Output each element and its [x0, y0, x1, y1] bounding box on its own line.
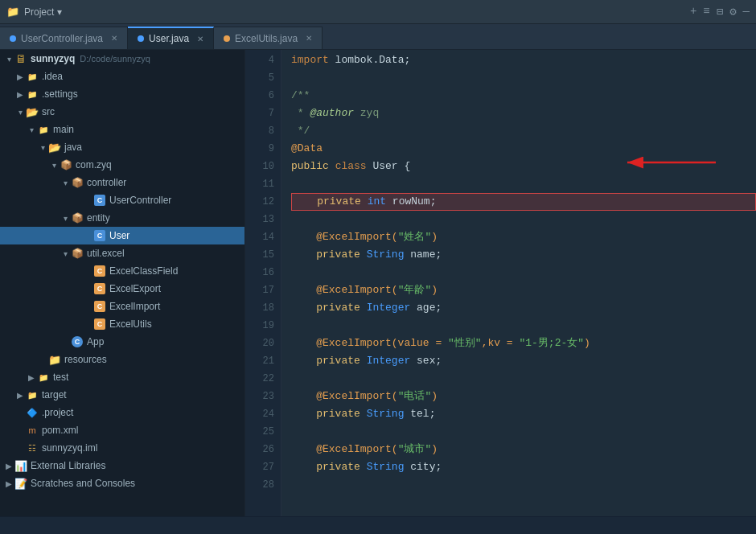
expand-icon: ▶ [14, 72, 26, 81]
collapse-icon[interactable]: ⊟ [717, 5, 723, 18]
sidebar-item-sunnyzyq[interactable]: ▾ 🖥 sunnyzyq D:/code/sunnyzyq [0, 50, 244, 68]
type-keyword: int [368, 193, 386, 211]
sidebar-item-user[interactable]: C User [0, 227, 244, 244]
tab-dot [10, 35, 16, 42]
main-content: ▾ 🖥 sunnyzyq D:/code/sunnyzyq ▶ 📁 .idea … [0, 50, 756, 516]
sidebar-item-label: ExcelClassField [109, 265, 178, 277]
folder-icon: 📁 [48, 353, 61, 366]
settings-icon[interactable]: ⚙ [729, 5, 736, 18]
title-bar-label: Project ▾ [24, 6, 62, 18]
sidebar-item-main[interactable]: ▾ 📁 main [0, 121, 244, 138]
minimize-icon[interactable]: — [743, 5, 750, 18]
string: "1-男;2-女" [519, 335, 584, 352]
sidebar-item-java[interactable]: ▾ 📂 java [0, 138, 244, 156]
sidebar-item-label: App [87, 336, 104, 347]
java-class-icon: C [93, 265, 106, 277]
sidebar-item-target[interactable]: ▶ 📁 target [0, 386, 244, 404]
sidebar-item-scratches[interactable]: ▶ 📝 Scratches and Consoles [0, 474, 244, 492]
sidebar-item-excelutils[interactable]: C ExcelUtils [0, 315, 244, 333]
keyword: import [291, 51, 329, 69]
code-line-25 [291, 423, 756, 441]
sidebar-item-dotproject[interactable]: 🔷 .project [0, 404, 244, 421]
tab-close-icon[interactable]: ✕ [197, 35, 203, 43]
tab-excelutils[interactable]: ExcelUtils.java ✕ [214, 27, 323, 49]
sidebar-item-settings[interactable]: ▶ 📁 .settings [0, 85, 244, 103]
comment: /** [291, 87, 310, 105]
code-text [360, 299, 367, 317]
code-editor[interactable]: 4 5 6 7 8 9 10 11 12 13 14 15 16 17 18 1… [245, 50, 756, 516]
expand-icon: ▶ [3, 462, 14, 470]
sidebar-item-label: resources [64, 354, 107, 365]
keyword-private: private [292, 193, 361, 211]
sidebar-item-external-libraries[interactable]: ▶ 📊 External Libraries [0, 457, 244, 474]
code-line-17: @ExcelImport("年龄") [291, 281, 756, 299]
java-class-icon: C [93, 194, 106, 207]
sidebar-item-label: ExcelExport [109, 283, 161, 294]
iml-icon: ☷ [26, 442, 39, 454]
code-text [329, 158, 335, 175]
sidebar-item-usercontroller[interactable]: C UserController [0, 191, 244, 209]
code-text [360, 458, 367, 476]
project-icon: 📁 [6, 6, 19, 18]
sidebar-item-label: sunnyzyq [31, 53, 75, 64]
sidebar-item-src[interactable]: ▾ 📂 src [0, 103, 244, 121]
sidebar-item-label: External Libraries [31, 460, 105, 471]
tab-close-icon[interactable]: ✕ [111, 34, 117, 43]
keyword-private: private [291, 352, 360, 370]
sidebar-item-label: Scratches and Consoles [31, 478, 135, 489]
sidebar-item-idea[interactable]: ▶ 📁 .idea [0, 68, 244, 85]
code-text [360, 246, 367, 264]
line-numbers: 4 5 6 7 8 9 10 11 12 13 14 15 16 17 18 1… [245, 50, 281, 516]
sidebar-item-label: target [42, 389, 67, 400]
title-bar-icons: + ≡ ⊟ ⚙ — [690, 5, 750, 18]
folder-icon: 📁 [37, 123, 50, 136]
code-line-27: private String city; [291, 458, 756, 476]
package-icon: 📦 [71, 212, 84, 224]
sidebar-item-utilexcel[interactable]: ▾ 📦 util.excel [0, 244, 244, 262]
annotation: ) [431, 281, 438, 299]
annotation: ) [431, 388, 438, 405]
title-bar: 📁 Project ▾ + ≡ ⊟ ⚙ — [0, 0, 756, 24]
tab-close-icon[interactable]: ✕ [306, 34, 312, 43]
sidebar-item-controller[interactable]: ▾ 📦 controller [0, 174, 244, 191]
sidebar-item-excelimport[interactable]: C ExcelImport [0, 298, 244, 315]
annotation: @ExcelImport( [291, 441, 398, 458]
folder-icon: 📁 [26, 388, 39, 401]
sidebar-item-iml[interactable]: ☷ sunnyzyq.iml [0, 439, 244, 457]
expand-icon: ▾ [60, 179, 71, 187]
code-line-14: @ExcelImport("姓名") [291, 228, 756, 246]
sidebar-item-app[interactable]: C App [0, 333, 244, 351]
code-line-21: private Integer sex; [291, 352, 756, 370]
folder-icon: 📁 [26, 88, 39, 101]
sidebar-item-pomxml[interactable]: m pom.xml [0, 421, 244, 439]
file-icon: 🔷 [26, 406, 39, 419]
sidebar-item-entity[interactable]: ▾ 📦 entity [0, 209, 244, 227]
annotation: ) [431, 441, 438, 458]
expand-icon: ▶ [26, 373, 37, 382]
code-editor-wrapper: 4 5 6 7 8 9 10 11 12 13 14 15 16 17 18 1… [245, 50, 756, 516]
code-line-24: private String tel; [291, 405, 756, 423]
folder-src-icon: 📂 [26, 105, 39, 118]
scratch-icon: 📝 [14, 477, 27, 490]
add-icon[interactable]: + [690, 5, 696, 18]
sidebar-item-resources[interactable]: 📁 resources [0, 351, 244, 368]
tab-user[interactable]: User.java ✕ [128, 27, 214, 49]
sidebar-item-excelexport[interactable]: C ExcelExport [0, 280, 244, 298]
type-keyword: String [367, 246, 405, 264]
sidebar-item-label: UserController [109, 195, 171, 206]
sidebar-item-label: entity [87, 212, 110, 224]
code-lines[interactable]: import lombok.Data; /** * @author zyq [281, 50, 756, 516]
tab-usercontroller[interactable]: UserController.java ✕ [0, 27, 128, 49]
java-class-icon: C [93, 300, 106, 313]
code-line-22 [291, 370, 756, 388]
comment: * [291, 105, 310, 122]
tab-label: User.java [149, 33, 189, 44]
package-icon: 📦 [60, 158, 72, 171]
sidebar-item-test[interactable]: ▶ 📁 test [0, 368, 244, 386]
expand-icon: ▾ [48, 161, 60, 170]
list-icon[interactable]: ≡ [703, 5, 709, 18]
code-text: User { [367, 158, 411, 175]
sidebar-item-excelclassfield[interactable]: C ExcelClassField [0, 262, 244, 280]
xml-icon: m [26, 424, 39, 437]
sidebar-item-comzyq[interactable]: ▾ 📦 com.zyq [0, 156, 244, 174]
